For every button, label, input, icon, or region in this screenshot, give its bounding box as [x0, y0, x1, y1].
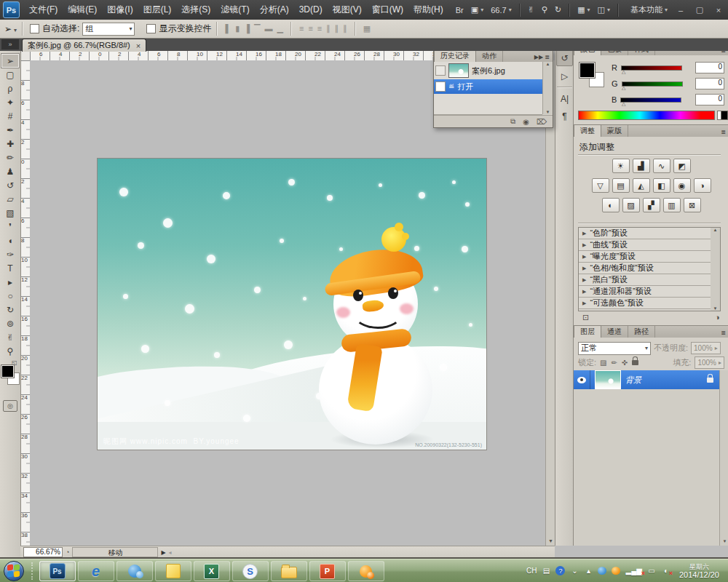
new-snapshot-icon[interactable]: ◉	[523, 118, 529, 126]
rotate-3d-tool[interactable]: ↻	[1, 303, 19, 316]
menu-item[interactable]: 图层(L)	[138, 0, 177, 20]
background-layer-row[interactable]: 背景	[574, 370, 719, 389]
tray-keyboard-icon[interactable]: ▤	[542, 567, 550, 575]
align-left-icon[interactable]: ▌	[225, 24, 231, 33]
scroll-left-icon[interactable]: ◂	[169, 549, 172, 556]
distribute-bottom-icon[interactable]: ≡	[317, 24, 322, 33]
g-value-field[interactable]: 0	[695, 78, 724, 89]
scroll-up-icon[interactable]: ▲	[711, 228, 720, 232]
r-value-field[interactable]: 0	[695, 62, 724, 73]
gradient-map-icon[interactable]: ▥	[663, 198, 681, 212]
lock-all-icon[interactable]	[632, 360, 638, 365]
menu-item[interactable]: 窗口(W)	[367, 0, 408, 20]
history-brush-tool[interactable]: ↺	[1, 178, 19, 192]
tab-layers[interactable]: 图层	[574, 325, 601, 338]
tray-chevron-icon[interactable]: ⌄	[570, 567, 579, 575]
slider-thumb-icon[interactable]: △	[622, 69, 625, 75]
slider-thumb-icon[interactable]: △	[622, 85, 625, 91]
orbit-3d-tool[interactable]: ⊚	[1, 316, 19, 330]
b-value-field[interactable]: 0	[695, 94, 724, 105]
lock-paint-icon[interactable]: ✏	[612, 359, 617, 367]
scroll-down-icon[interactable]: ▼	[720, 537, 728, 546]
hand-tool-button[interactable]: ✌	[524, 4, 538, 16]
r-slider[interactable]	[621, 65, 682, 71]
marquee-tool[interactable]: ▢	[1, 68, 19, 81]
tray-help-icon[interactable]: ?	[555, 566, 565, 575]
status-flyout-icon[interactable]: ▶	[161, 549, 165, 556]
fill-value[interactable]: 100%▸	[695, 356, 724, 369]
align-bottom-icon[interactable]: ▁	[277, 24, 283, 33]
history-panel-icon[interactable]: ↺	[556, 49, 573, 66]
auto-select-checkbox[interactable]	[30, 24, 39, 33]
delete-state-icon[interactable]: ⌦	[537, 118, 547, 126]
restore-button[interactable]: ▢	[690, 5, 709, 15]
bridge-button[interactable]: Br	[452, 4, 467, 16]
zoom-tool-button[interactable]: ⚲	[538, 4, 551, 16]
pen-tool[interactable]: ✑	[1, 247, 19, 261]
auto-align-layers-button[interactable]: ▦	[363, 20, 371, 37]
path-selection-tool[interactable]: ▸	[1, 275, 19, 289]
foreground-color-swatch[interactable]	[1, 365, 14, 378]
curves-icon[interactable]: ∿	[653, 159, 670, 173]
new-document-from-state-icon[interactable]: ⧉	[510, 117, 515, 126]
taskbar-messenger[interactable]	[116, 561, 153, 581]
taskbar-photoshop[interactable]: Ps	[39, 561, 76, 581]
slider-thumb-icon[interactable]: △	[622, 101, 625, 107]
screen-mode-button[interactable]: ◫▾	[594, 4, 614, 16]
preset-row[interactable]: ▶“曝光度”预设	[579, 251, 711, 263]
taskbar-sogou[interactable]: S	[232, 561, 269, 581]
tray-up-icon[interactable]: ▴	[584, 567, 593, 575]
zoom-level-select[interactable]: 66.7▾	[487, 4, 515, 16]
color-balance-icon[interactable]: ◭	[633, 178, 650, 193]
menu-item[interactable]: 图像(I)	[102, 0, 138, 20]
tray-clock[interactable]: 星期六 2014/12/20	[675, 563, 724, 580]
vertical-scrollbar[interactable]: ▲ ▼	[545, 60, 555, 546]
distribute-v-center-icon[interactable]: ≡	[308, 24, 312, 33]
gradient-tool[interactable]: ▧	[1, 206, 19, 220]
tray-display-icon[interactable]: ▭	[647, 567, 656, 575]
preset-row[interactable]: ▶“通道混和器”预设	[579, 286, 711, 298]
rotate-view-button[interactable]: ↻	[551, 4, 565, 16]
history-scrollbar[interactable]: ▲ ▼	[542, 62, 553, 114]
view-extras-button[interactable]: ▣▾	[467, 4, 487, 16]
show-transform-checkbox[interactable]	[146, 24, 156, 33]
align-right-icon[interactable]: ▐	[244, 24, 250, 33]
switch-panel-view-icon[interactable]: ⊡	[582, 313, 589, 322]
channel-mixer-icon[interactable]: ◑	[694, 178, 711, 193]
brightness-contrast-icon[interactable]: ☀	[612, 159, 630, 173]
distribute-left-icon[interactable]: ∥	[326, 24, 331, 33]
menu-item[interactable]: 帮助(H)	[408, 0, 448, 20]
tool-preset-icon[interactable]: ➢▾	[4, 24, 17, 34]
close-button[interactable]: ×	[709, 6, 728, 15]
posterize-icon[interactable]: ▨	[622, 198, 640, 212]
exposure-icon[interactable]: ◩	[673, 159, 691, 173]
arrange-documents-button[interactable]: ▦▾	[574, 4, 593, 16]
selective-color-icon[interactable]: ⊠	[684, 198, 701, 212]
history-snapshot-row[interactable]: 案例6.jpg	[434, 62, 542, 79]
zoom-tool[interactable]: ⚲	[1, 344, 19, 358]
levels-icon[interactable]: ▟	[633, 159, 650, 173]
spectrum-black-swatch[interactable]	[721, 111, 728, 120]
preset-row[interactable]: ▶“曲线”预设	[579, 239, 711, 251]
auto-select-dropdown[interactable]: 组 ▾	[82, 23, 135, 36]
menu-item[interactable]: 文件(F)	[24, 0, 63, 20]
workspace-switcher[interactable]: 基本功能▾	[627, 3, 671, 17]
tab-paths[interactable]: 路径	[628, 326, 655, 338]
distribute-right-icon[interactable]: ∥	[343, 24, 347, 33]
lock-transparency-icon[interactable]: ▨	[600, 359, 606, 367]
tray-volume-icon[interactable]: ◖×	[661, 567, 670, 575]
menu-item[interactable]: 分析(A)	[255, 0, 294, 20]
align-v-center-icon[interactable]: ▬	[265, 24, 273, 33]
color-spectrum-bar[interactable]	[578, 111, 715, 120]
layers-scrollbar[interactable]: ▼	[719, 370, 728, 546]
minimize-button[interactable]: –	[671, 6, 690, 15]
character-panel-icon[interactable]: A|	[557, 91, 572, 106]
align-top-icon[interactable]: ▔	[254, 24, 260, 33]
move-tool[interactable]: ➢	[1, 54, 19, 68]
tab-actions[interactable]: 动作	[476, 50, 503, 62]
blend-mode-dropdown[interactable]: 正常 ▾	[578, 342, 651, 355]
tab-adjustments[interactable]: 调整	[574, 124, 601, 137]
distribute-top-icon[interactable]: ≡	[299, 24, 304, 33]
tray-qq-icon[interactable]	[612, 567, 620, 575]
eye-icon[interactable]	[577, 377, 586, 383]
